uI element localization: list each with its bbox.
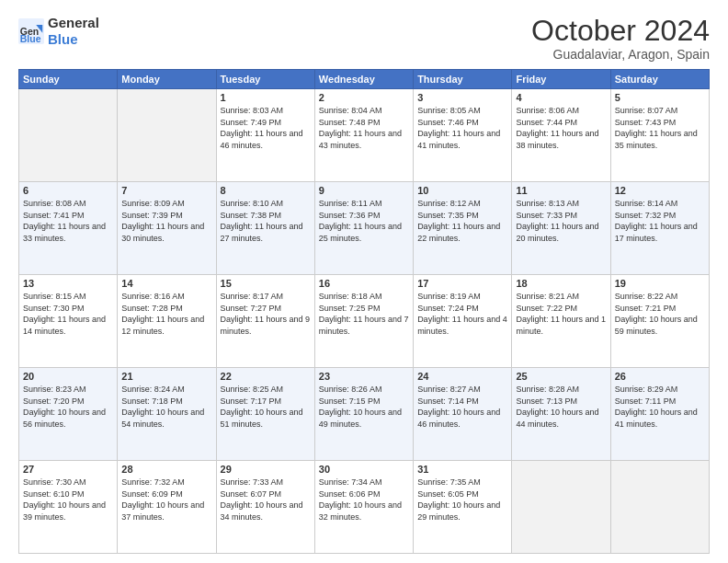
- table-row: 2Sunrise: 8:04 AMSunset: 7:48 PMDaylight…: [314, 89, 413, 182]
- day-number: 12: [615, 185, 705, 196]
- table-row: 7Sunrise: 8:09 AMSunset: 7:39 PMDaylight…: [118, 182, 216, 275]
- table-row: 31Sunrise: 7:35 AMSunset: 6:05 PMDayligh…: [414, 461, 512, 554]
- day-info: Sunrise: 8:06 AMSunset: 7:44 PMDaylight:…: [516, 105, 606, 151]
- day-info: Sunrise: 7:33 AMSunset: 6:07 PMDaylight:…: [221, 477, 311, 523]
- table-row: 9Sunrise: 8:11 AMSunset: 7:36 PMDaylight…: [314, 182, 413, 275]
- table-row: 14Sunrise: 8:16 AMSunset: 7:28 PMDayligh…: [118, 275, 216, 368]
- header-monday: Monday: [118, 70, 216, 89]
- day-info: Sunrise: 8:27 AMSunset: 7:14 PMDaylight:…: [417, 384, 507, 430]
- table-row: 25Sunrise: 8:28 AMSunset: 7:13 PMDayligh…: [512, 368, 610, 461]
- day-info: Sunrise: 8:25 AMSunset: 7:17 PMDaylight:…: [221, 384, 311, 430]
- calendar-table: Sunday Monday Tuesday Wednesday Thursday…: [18, 69, 710, 554]
- table-row: [610, 461, 709, 554]
- table-row: 28Sunrise: 7:32 AMSunset: 6:09 PMDayligh…: [118, 461, 216, 554]
- day-number: 17: [417, 278, 507, 289]
- day-number: 19: [615, 278, 705, 289]
- header-wednesday: Wednesday: [314, 70, 413, 89]
- day-info: Sunrise: 8:22 AMSunset: 7:21 PMDaylight:…: [615, 291, 705, 337]
- day-number: 25: [516, 371, 606, 382]
- table-row: 23Sunrise: 8:26 AMSunset: 7:15 PMDayligh…: [314, 368, 413, 461]
- header: Gen Blue General Blue October 2024 Guada…: [18, 15, 710, 62]
- table-row: 22Sunrise: 8:25 AMSunset: 7:17 PMDayligh…: [216, 368, 314, 461]
- day-info: Sunrise: 8:07 AMSunset: 7:43 PMDaylight:…: [615, 105, 705, 151]
- table-row: 11Sunrise: 8:13 AMSunset: 7:33 PMDayligh…: [512, 182, 610, 275]
- day-number: 24: [417, 371, 507, 382]
- table-row: 20Sunrise: 8:23 AMSunset: 7:20 PMDayligh…: [19, 368, 118, 461]
- header-friday: Friday: [512, 70, 610, 89]
- day-info: Sunrise: 8:11 AMSunset: 7:36 PMDaylight:…: [319, 198, 409, 244]
- page: Gen Blue General Blue October 2024 Guada…: [0, 0, 728, 563]
- day-number: 28: [121, 464, 211, 475]
- day-number: 9: [319, 185, 409, 196]
- calendar-week-row: 13Sunrise: 8:15 AMSunset: 7:30 PMDayligh…: [19, 275, 710, 368]
- table-row: 8Sunrise: 8:10 AMSunset: 7:38 PMDaylight…: [216, 182, 314, 275]
- calendar-week-row: 1Sunrise: 8:03 AMSunset: 7:49 PMDaylight…: [19, 89, 710, 182]
- header-thursday: Thursday: [414, 70, 512, 89]
- day-number: 1: [221, 92, 311, 103]
- table-row: 1Sunrise: 8:03 AMSunset: 7:49 PMDaylight…: [216, 89, 314, 182]
- day-number: 16: [319, 278, 409, 289]
- day-info: Sunrise: 8:21 AMSunset: 7:22 PMDaylight:…: [516, 291, 606, 337]
- day-number: 31: [417, 464, 507, 475]
- day-number: 26: [615, 371, 705, 382]
- month-title: October 2024: [531, 15, 710, 47]
- day-info: Sunrise: 8:04 AMSunset: 7:48 PMDaylight:…: [319, 105, 409, 151]
- day-number: 21: [121, 371, 211, 382]
- logo-blue: Blue: [48, 31, 78, 47]
- table-row: 6Sunrise: 8:08 AMSunset: 7:41 PMDaylight…: [19, 182, 118, 275]
- table-row: [512, 461, 610, 554]
- day-info: Sunrise: 7:30 AMSunset: 6:10 PMDaylight:…: [23, 477, 113, 523]
- day-number: 14: [121, 278, 211, 289]
- table-row: 13Sunrise: 8:15 AMSunset: 7:30 PMDayligh…: [19, 275, 118, 368]
- day-number: 4: [516, 92, 606, 103]
- table-row: 10Sunrise: 8:12 AMSunset: 7:35 PMDayligh…: [414, 182, 512, 275]
- calendar-week-row: 20Sunrise: 8:23 AMSunset: 7:20 PMDayligh…: [19, 368, 710, 461]
- day-info: Sunrise: 8:13 AMSunset: 7:33 PMDaylight:…: [516, 198, 606, 244]
- day-info: Sunrise: 8:17 AMSunset: 7:27 PMDaylight:…: [221, 291, 311, 337]
- header-tuesday: Tuesday: [216, 70, 314, 89]
- logo-text: General Blue: [48, 15, 99, 48]
- table-row: [118, 89, 216, 182]
- table-row: 15Sunrise: 8:17 AMSunset: 7:27 PMDayligh…: [216, 275, 314, 368]
- table-row: 27Sunrise: 7:30 AMSunset: 6:10 PMDayligh…: [19, 461, 118, 554]
- day-info: Sunrise: 7:35 AMSunset: 6:05 PMDaylight:…: [417, 477, 507, 523]
- table-row: 17Sunrise: 8:19 AMSunset: 7:24 PMDayligh…: [414, 275, 512, 368]
- table-row: 18Sunrise: 8:21 AMSunset: 7:22 PMDayligh…: [512, 275, 610, 368]
- day-info: Sunrise: 8:15 AMSunset: 7:30 PMDaylight:…: [23, 291, 113, 337]
- table-row: 24Sunrise: 8:27 AMSunset: 7:14 PMDayligh…: [414, 368, 512, 461]
- calendar-week-row: 6Sunrise: 8:08 AMSunset: 7:41 PMDaylight…: [19, 182, 710, 275]
- day-number: 8: [221, 185, 311, 196]
- day-number: 3: [417, 92, 507, 103]
- day-number: 22: [221, 371, 311, 382]
- title-block: October 2024 Guadalaviar, Aragon, Spain: [531, 15, 710, 62]
- table-row: 5Sunrise: 8:07 AMSunset: 7:43 PMDaylight…: [610, 89, 709, 182]
- table-row: 29Sunrise: 7:33 AMSunset: 6:07 PMDayligh…: [216, 461, 314, 554]
- logo: Gen Blue General Blue: [18, 15, 99, 48]
- header-sunday: Sunday: [19, 70, 118, 89]
- day-number: 10: [417, 185, 507, 196]
- day-number: 13: [23, 278, 113, 289]
- day-number: 20: [23, 371, 113, 382]
- day-number: 27: [23, 464, 113, 475]
- logo-icon: Gen Blue: [18, 18, 44, 44]
- table-row: 19Sunrise: 8:22 AMSunset: 7:21 PMDayligh…: [610, 275, 709, 368]
- day-info: Sunrise: 8:09 AMSunset: 7:39 PMDaylight:…: [121, 198, 211, 244]
- day-info: Sunrise: 8:26 AMSunset: 7:15 PMDaylight:…: [319, 384, 409, 430]
- table-row: [19, 89, 118, 182]
- day-info: Sunrise: 8:23 AMSunset: 7:20 PMDaylight:…: [23, 384, 113, 430]
- table-row: 16Sunrise: 8:18 AMSunset: 7:25 PMDayligh…: [314, 275, 413, 368]
- calendar-header-row: Sunday Monday Tuesday Wednesday Thursday…: [19, 70, 710, 89]
- day-info: Sunrise: 8:10 AMSunset: 7:38 PMDaylight:…: [221, 198, 311, 244]
- day-info: Sunrise: 7:32 AMSunset: 6:09 PMDaylight:…: [121, 477, 211, 523]
- table-row: 30Sunrise: 7:34 AMSunset: 6:06 PMDayligh…: [314, 461, 413, 554]
- day-info: Sunrise: 7:34 AMSunset: 6:06 PMDaylight:…: [319, 477, 409, 523]
- table-row: 4Sunrise: 8:06 AMSunset: 7:44 PMDaylight…: [512, 89, 610, 182]
- day-number: 7: [121, 185, 211, 196]
- day-number: 6: [23, 185, 113, 196]
- table-row: 12Sunrise: 8:14 AMSunset: 7:32 PMDayligh…: [610, 182, 709, 275]
- logo-general: General: [48, 15, 99, 30]
- day-info: Sunrise: 8:05 AMSunset: 7:46 PMDaylight:…: [417, 105, 507, 151]
- day-info: Sunrise: 8:08 AMSunset: 7:41 PMDaylight:…: [23, 198, 113, 244]
- day-number: 15: [221, 278, 311, 289]
- day-info: Sunrise: 8:18 AMSunset: 7:25 PMDaylight:…: [319, 291, 409, 337]
